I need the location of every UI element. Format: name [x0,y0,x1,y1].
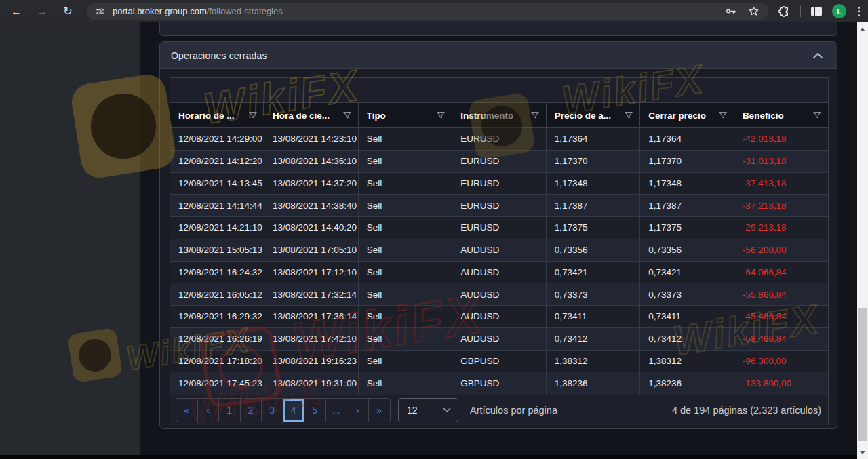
cell-close-time: 13/08/2021 19:16:23 [264,350,359,372]
column-header-label: Instrumento [460,111,513,121]
table-row[interactable]: 12/08/2021 17:18:20 13/08/2021 19:16:23 … [170,350,828,372]
table-row[interactable]: 12/08/2021 17:45:23 13/08/2021 19:31:00 … [170,372,828,395]
page-button[interactable]: 4 [283,399,305,422]
table-header-row: Horario de ... Hora de cie... Tipo [170,103,828,128]
cell-open-time: 12/08/2021 14:14:44 [170,195,264,217]
back-button[interactable]: ← [7,2,26,21]
cell-profit: -55.866,84 [734,283,828,306]
page-button[interactable]: › [347,399,369,422]
browser-menu-icon[interactable] [856,5,861,18]
closed-operations-grid: Horario de ... Hora de cie... Tipo [170,77,829,425]
scroll-down-arrow[interactable] [857,447,868,458]
table-row[interactable]: 12/08/2021 14:29:00 13/08/2021 14:23:10 … [170,128,828,151]
column-header-label: Hora de cie... [273,111,330,121]
column-header[interactable]: Precio de a... [546,103,640,128]
table-row[interactable]: 12/08/2021 16:26:19 13/08/2021 17:42:10 … [170,327,828,350]
cell-open-time: 12/08/2021 16:26:19 [170,327,264,350]
scrollbar-thumb[interactable] [858,308,867,441]
vertical-scrollbar[interactable] [857,22,868,459]
column-header[interactable]: Hora de cie... [264,103,359,128]
cell-profit: -42.013,18 [734,128,828,151]
browser-toolbar: ← → ↻ portal.broker-group.com/followed-s… [0,0,868,22]
cell-close-time: 13/08/2021 14:36:10 [264,150,359,172]
column-header-label: Horario de ... [178,111,235,121]
cell-close-time: 13/08/2021 17:42:10 [264,327,359,350]
reload-button[interactable]: ↻ [58,2,77,21]
page-button[interactable]: » [369,399,391,422]
cell-close-price: 1,17370 [640,150,734,172]
column-header[interactable]: Horario de ... [170,103,264,128]
address-bar[interactable]: portal.broker-group.com/followed-strateg… [87,3,768,20]
column-header[interactable]: Tipo [358,103,452,128]
scroll-up-arrow[interactable] [857,24,868,35]
table-row[interactable]: 12/08/2021 14:14:44 13/08/2021 14:38:40 … [170,195,828,217]
cell-instrument: AUDUSD [452,283,547,306]
filter-icon[interactable] [624,111,633,120]
cell-profit: -45.466,84 [734,306,828,328]
page-size-dropdown[interactable]: 12 [398,398,458,422]
panel-title: Operaciones cerradas [171,50,267,61]
collapse-panel-button[interactable] [810,47,826,64]
column-header-label: Cerrar precio [648,111,706,121]
filter-icon[interactable] [342,111,352,120]
cell-open-price: 1,17387 [546,195,640,217]
panel-header[interactable]: Operaciones cerradas [160,42,837,69]
bookmark-star-icon[interactable] [747,5,760,18]
table-row[interactable]: 13/08/2021 15:05:13 13/08/2021 17:05:10 … [170,239,828,261]
filter-icon[interactable] [530,111,540,120]
cell-close-price: 1,17364 [640,128,734,151]
cell-close-price: 1,17348 [640,172,734,195]
cell-type: Sell [358,172,452,195]
page-button[interactable]: ‹ [198,399,220,422]
column-header[interactable]: Instrumento [452,103,547,128]
extensions-icon[interactable] [778,5,790,18]
filter-icon[interactable] [436,111,446,120]
cell-open-price: 0,73373 [546,283,640,306]
cell-open-price: 1,17364 [546,128,640,151]
column-header-label: Precio de a... [555,111,611,121]
table-row[interactable]: 12/08/2021 14:12:20 13/08/2021 14:36:10 … [170,150,828,172]
cell-instrument: AUDUSD [452,327,547,350]
filter-icon[interactable] [248,111,258,120]
page-button[interactable]: « [176,399,198,422]
column-header[interactable]: Beneficio [734,103,828,128]
left-sidebar-area [0,22,140,459]
page-button[interactable]: 3 [262,399,283,422]
cell-type: Sell [358,239,452,261]
forward-button[interactable]: → [33,2,52,21]
page-button[interactable]: 5 [304,399,326,422]
cell-instrument: AUDUSD [452,306,547,328]
column-header[interactable]: Cerrar precio [640,103,734,128]
chevron-down-icon [443,407,451,413]
chevron-up-icon [812,52,823,59]
table-row[interactable]: 12/08/2021 16:24:32 13/08/2021 17:12:10 … [170,261,828,283]
cell-open-time: 12/08/2021 16:05:12 [170,283,264,306]
cell-close-time: 13/08/2021 17:32:14 [264,283,359,306]
side-panel-icon[interactable] [811,7,822,16]
page-button[interactable]: ... [326,399,348,422]
password-key-icon[interactable] [724,5,737,18]
cell-type: Sell [358,261,452,283]
cell-close-time: 13/08/2021 14:40:20 [264,217,359,239]
profile-avatar[interactable]: L [832,4,846,18]
site-info-icon[interactable] [93,5,106,18]
cell-profit: -64.066,84 [734,261,828,283]
grid-toolbar [170,78,828,103]
page-size-value: 12 [407,405,418,416]
cell-close-time: 13/08/2021 17:12:10 [264,261,359,283]
cell-type: Sell [358,327,452,350]
table-row[interactable]: 12/08/2021 16:05:12 13/08/2021 17:32:14 … [170,283,828,306]
table-row[interactable]: 12/08/2021 14:13:45 13/08/2021 14:37:20 … [170,172,828,195]
cell-open-time: 12/08/2021 14:21:10 [170,217,264,239]
cell-profit: -133.800,00 [734,372,828,395]
window-bottom-edge [0,455,857,459]
page-button[interactable]: 2 [241,399,262,422]
cell-close-price: 1,38312 [640,350,734,372]
page-button[interactable]: 1 [219,399,241,422]
table-row[interactable]: 12/08/2021 14:21:10 13/08/2021 14:40:20 … [170,217,828,239]
table-row[interactable]: 12/08/2021 16:29:32 13/08/2021 17:36:14 … [170,306,828,328]
cell-profit: -31.013,18 [734,150,828,172]
cell-type: Sell [358,128,452,151]
filter-icon[interactable] [812,111,822,120]
filter-icon[interactable] [718,111,728,120]
